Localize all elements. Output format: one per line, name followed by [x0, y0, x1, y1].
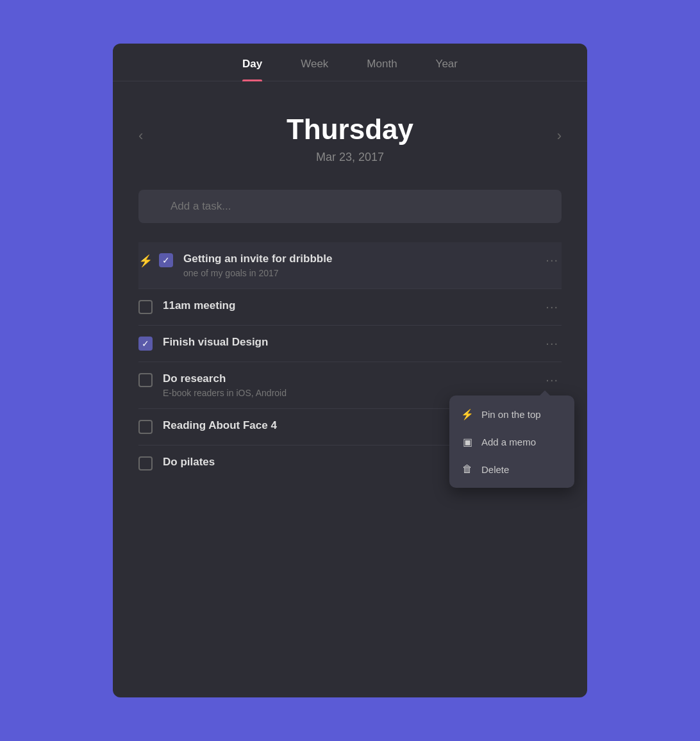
task-title-3: Finish visual Design — [163, 336, 542, 349]
tab-week[interactable]: Week — [301, 58, 328, 81]
task-item: Do pilates ··· ⚡ Pin on the top ▣ Add a … — [138, 445, 562, 481]
task-more-4[interactable]: ··· — [542, 372, 562, 387]
pin-menu-icon: ⚡ — [461, 408, 474, 420]
task-subtitle-1: one of my goals in 2017 — [183, 268, 542, 278]
task-checkbox-1[interactable] — [159, 253, 173, 267]
task-checkbox-4[interactable] — [138, 373, 153, 387]
add-task-area: ≡ — [113, 190, 587, 242]
task-checkbox-3[interactable] — [138, 337, 153, 351]
task-content-4: Do research E-book readers in iOS, Andro… — [163, 372, 542, 398]
day-name: Thursday — [113, 113, 587, 146]
tab-day[interactable]: Day — [242, 58, 262, 81]
task-checkbox-5[interactable] — [138, 420, 153, 434]
task-more-3[interactable]: ··· — [542, 336, 562, 351]
add-task-input[interactable] — [138, 190, 562, 223]
task-more-1[interactable]: ··· — [542, 253, 562, 267]
context-menu: ⚡ Pin on the top ▣ Add a memo 🗑 Delete — [449, 395, 574, 488]
memo-menu-icon: ▣ — [461, 436, 474, 448]
app-window: Day Week Month Year ‹ Thursday Mar 23, 2… — [113, 44, 587, 697]
task-item: ⚡ Getting an invite for dribbble one of … — [138, 242, 562, 289]
memo-menu-label: Add a memo — [481, 437, 536, 447]
task-list: ⚡ Getting an invite for dribbble one of … — [113, 242, 587, 481]
next-day-button[interactable]: › — [551, 121, 568, 151]
context-menu-delete[interactable]: 🗑 Delete — [449, 456, 574, 483]
task-title-4: Do research — [163, 372, 542, 385]
add-task-wrapper: ≡ — [138, 190, 562, 223]
task-checkbox-6[interactable] — [138, 456, 153, 470]
delete-menu-label: Delete — [481, 464, 509, 475]
task-content-3: Finish visual Design — [163, 336, 542, 351]
date-label: Mar 23, 2017 — [113, 151, 587, 164]
task-item: Finish visual Design ··· — [138, 326, 562, 362]
tab-month[interactable]: Month — [367, 58, 397, 81]
task-content-2: 11am meeting — [163, 299, 542, 315]
task-checkbox-2[interactable] — [138, 300, 153, 314]
task-title-1: Getting an invite for dribbble — [183, 253, 542, 265]
context-menu-pin[interactable]: ⚡ Pin on the top — [449, 401, 574, 428]
task-content-1: Getting an invite for dribbble one of my… — [183, 253, 542, 278]
task-more-2[interactable]: ··· — [542, 299, 562, 314]
tab-year[interactable]: Year — [436, 58, 458, 81]
date-header: ‹ Thursday Mar 23, 2017 › — [113, 81, 587, 190]
pin-menu-label: Pin on the top — [481, 409, 541, 420]
pin-icon: ⚡ — [138, 254, 153, 268]
tab-bar: Day Week Month Year — [113, 44, 587, 81]
task-item: 11am meeting ··· — [138, 289, 562, 326]
prev-day-button[interactable]: ‹ — [132, 121, 149, 151]
task-title-2: 11am meeting — [163, 299, 542, 312]
context-menu-memo[interactable]: ▣ Add a memo — [449, 428, 574, 456]
delete-menu-icon: 🗑 — [461, 463, 474, 475]
